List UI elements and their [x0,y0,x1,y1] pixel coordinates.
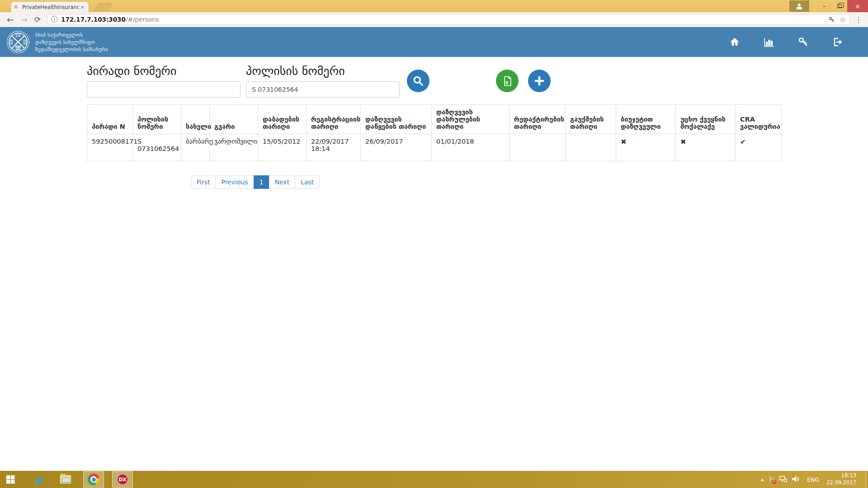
column-header: დაბადების თარიღი [258,105,307,134]
personal-number-input[interactable] [87,81,241,98]
start-button[interactable] [0,471,21,488]
personal-number-label: პირადი ნომერი [87,64,177,78]
dx-app-icon: DX [117,474,128,485]
browser-toolbar: ← → ⟳ ⓘ 172.17.7.103:3030 /#/persons ☆ ⋮ [0,12,868,27]
pagination-previous[interactable]: Previous [215,175,254,189]
table-cell: 01/01/2018 [432,134,509,161]
taskbar-chrome[interactable] [83,471,104,488]
profile-icon [797,4,802,9]
column-header: CRA ვალიდურია [736,105,782,134]
url-path: /#/persons [126,16,159,23]
volume-icon[interactable] [792,475,800,484]
search-button[interactable] [407,70,429,92]
pagination-first[interactable]: First [191,175,216,189]
table-cell [509,134,566,161]
table-cell: ✖ [616,134,676,161]
system-tray: ▲ ⚐✕ ENG 18:13 22.09.2017 [761,471,868,488]
window-controls: – × [789,0,868,12]
tab-title: PrivateHealthInsurancePo [22,4,79,10]
table-cell [566,134,616,161]
table-row[interactable]: 59250008171S 0731062564ბარბარევარდოშვილი… [87,134,782,161]
tray-expand-icon[interactable]: ▲ [761,477,764,482]
logout-icon[interactable] [832,36,844,48]
chrome-icon [88,474,99,485]
file-explorer-icon [60,475,71,484]
app-header: სსიპ საქართველოს დაზღვევის სახელმწიფო ზე… [0,27,868,57]
home-icon[interactable] [729,36,741,48]
taskbar-dx[interactable]: DX [112,471,133,488]
column-header: უცხო ქვეყნის მოქალაქე [676,105,736,134]
show-desktop-button[interactable] [865,471,868,488]
org-name-line1: სსიპ საქართველოს [35,31,108,38]
search-icon [412,75,424,87]
pagination-next[interactable]: Next [269,175,296,189]
column-header: გვარი [210,105,258,134]
chart-icon[interactable] [763,36,775,48]
export-excel-button[interactable]: x [496,70,519,92]
column-header: პოლისის ნომერი [133,105,181,134]
table-cell: ვარდოშვილი [210,134,258,161]
favicon-icon: ✳ [14,4,20,10]
column-header: პირადი N [87,105,133,134]
table-cell: S 0731062564 [133,134,181,161]
pagination-page-1[interactable]: 1 [254,175,269,189]
profile-button[interactable] [789,0,809,12]
reload-button[interactable]: ⟳ [31,15,44,24]
browser-menu-icon[interactable]: ⋮ [853,15,864,24]
key-icon[interactable] [797,36,809,48]
flag-alert-badge: ✕ [772,480,776,484]
pagination: First Previous 1 Next Last [191,175,320,189]
clock[interactable]: 18:13 22.09.2017 [826,472,861,486]
restore-button[interactable] [832,0,847,12]
table-cell: ✖ [676,134,736,161]
url-bar[interactable]: ⓘ 172.17.7.103:3030 /#/persons ☆ [47,14,850,25]
back-button[interactable]: ← [4,14,17,24]
column-header: გაუქმების თარიღი [566,105,616,134]
plus-icon [533,75,545,87]
clock-time: 18:13 [826,472,856,479]
bookmark-star-icon[interactable]: ☆ [840,15,846,24]
tab-close-icon[interactable]: × [79,4,86,10]
persons-table-body: 59250008171S 0731062564ბარბარევარდოშვილი… [87,134,782,161]
pagination-last[interactable]: Last [295,175,320,189]
restore-icon [837,4,842,8]
add-person-button[interactable] [528,70,551,92]
page-info-icon[interactable]: ⓘ [51,15,57,23]
table-cell: 15/05/2012 [258,134,307,161]
org-name: სსიპ საქართველოს დაზღვევის სახელმწიფო ზე… [35,31,108,53]
persons-table: პირადი Nპოლისის ნომერისახელიგვარიდაბადებ… [87,104,782,161]
main-content: პირადი ნომერი პოლისის ნომერი x პირადი Nპ… [0,57,868,471]
internet-explorer-icon: e [34,473,42,487]
column-header: დაზღვევის დასრულების თარიღი [432,105,509,134]
excel-file-icon: x [502,75,513,87]
org-name-line2: დაზღვევის სახელმწიფო [35,38,108,46]
table-cell: ✔ [736,134,782,161]
column-header: სახელი [181,105,210,134]
minimize-button[interactable]: – [816,0,832,12]
forward-button: → [17,14,31,24]
persons-table-head-row: პირადი Nპოლისის ნომერისახელიგვარიდაბადებ… [87,105,782,134]
table-cell: 22/09/2017 18:14 [307,134,361,161]
column-header: დაზღვევის დაწყების თარიღი [361,105,432,134]
taskbar-explorer[interactable] [56,471,75,488]
table-cell: 59250008171 [87,134,133,161]
clock-date: 22.09.2017 [826,479,856,487]
network-icon[interactable] [779,475,787,484]
taskbar-ie[interactable]: e [29,471,48,488]
browser-tab[interactable]: ✳ PrivateHealthInsurancePo × [11,2,89,12]
table-cell: 26/09/2017 [361,134,432,161]
browser-titlebar: ✳ PrivateHealthInsurancePo × – × [0,0,868,12]
close-button[interactable]: × [847,0,868,12]
new-tab-button[interactable] [94,3,112,11]
language-indicator[interactable]: ENG [804,476,822,483]
header-nav [729,36,844,48]
column-header: რეგისტრაციის თარიღი [307,105,361,134]
screen: ✳ PrivateHealthInsurancePo × – × ← → ⟳ ⓘ… [0,0,868,488]
table-cell: ბარბარე [181,134,210,161]
policy-number-input[interactable] [246,81,400,98]
action-center-flag-icon[interactable]: ⚐✕ [769,475,774,483]
taskbar: e DX ▲ ⚐✕ [0,471,868,488]
org-logo [6,30,30,54]
password-key-icon[interactable] [828,16,835,23]
org-name-line3: ზედამხედველობის სამსახური [35,46,108,53]
